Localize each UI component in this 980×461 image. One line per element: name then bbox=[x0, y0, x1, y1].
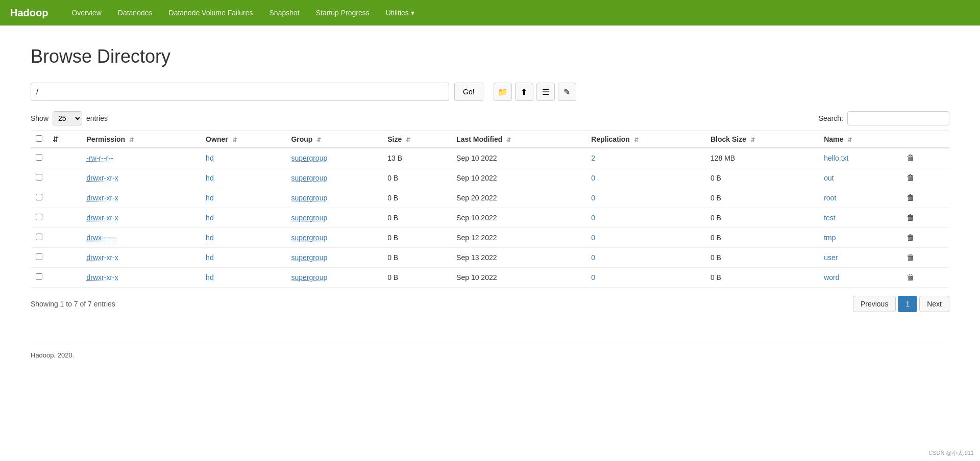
delete-button-1[interactable]: 🗑 bbox=[903, 172, 918, 184]
replication-link-1[interactable]: 0 bbox=[591, 174, 595, 182]
name-link-1[interactable]: out bbox=[824, 174, 834, 182]
show-entries: Show 10 25 50 100 entries bbox=[31, 111, 108, 125]
page-1-button[interactable]: 1 bbox=[898, 296, 917, 312]
group-link-6[interactable]: supergroup bbox=[291, 273, 327, 281]
pagination-buttons: Previous 1 Next bbox=[853, 296, 949, 312]
main-content: Browse Directory Go! 📁 ⬆ ☰ ✎ Show 10 25 … bbox=[0, 25, 980, 379]
search-input[interactable] bbox=[847, 111, 949, 125]
permission-link-0[interactable]: -rw-r--r-- bbox=[87, 154, 113, 162]
row-icon-5 bbox=[47, 248, 82, 268]
search-box: Search: bbox=[819, 111, 949, 125]
navbar-item-datanodes[interactable]: Datanodes bbox=[110, 0, 161, 25]
col-owner[interactable]: Owner ⇵ bbox=[201, 131, 286, 148]
permission-link-6[interactable]: drwxr-xr-x bbox=[87, 273, 118, 281]
owner-link-3[interactable]: hd bbox=[206, 214, 214, 222]
owner-link-4[interactable]: hd bbox=[206, 234, 214, 242]
previous-button[interactable]: Previous bbox=[853, 296, 896, 312]
permission-link-3[interactable]: drwxr-xr-x bbox=[87, 214, 118, 222]
block-size-cell-2: 0 B bbox=[705, 188, 819, 208]
col-size[interactable]: Size ⇵ bbox=[382, 131, 451, 148]
replication-link-6[interactable]: 0 bbox=[591, 273, 595, 281]
table-row: -rw-r--r--hdsupergroup13 BSep 10 2022212… bbox=[31, 148, 949, 168]
table-row: drwxr-xr-xhdsupergroup0 BSep 10 202200 B… bbox=[31, 168, 949, 188]
navbar-item-utilities[interactable]: Utilities bbox=[378, 0, 419, 25]
table-row: drwxr-xr-xhdsupergroup0 BSep 20 202200 B… bbox=[31, 188, 949, 208]
owner-link-2[interactable]: hd bbox=[206, 194, 214, 202]
last-modified-cell-5: Sep 13 2022 bbox=[451, 248, 586, 268]
col-checkbox[interactable] bbox=[31, 131, 47, 148]
navbar-item-datanode-volume-failures[interactable]: Datanode Volume Failures bbox=[161, 0, 261, 25]
entries-select[interactable]: 10 25 50 100 bbox=[53, 111, 82, 125]
row-checkbox-3[interactable] bbox=[36, 214, 42, 220]
group-link-0[interactable]: supergroup bbox=[291, 154, 327, 162]
row-checkbox-5[interactable] bbox=[36, 253, 42, 260]
group-link-3[interactable]: supergroup bbox=[291, 214, 327, 222]
group-link-1[interactable]: supergroup bbox=[291, 174, 327, 182]
navbar-item-overview[interactable]: Overview bbox=[63, 0, 109, 25]
group-link-4[interactable]: supergroup bbox=[291, 234, 327, 242]
permission-link-1[interactable]: drwxr-xr-x bbox=[87, 174, 118, 182]
replication-link-4[interactable]: 0 bbox=[591, 234, 595, 242]
col-group[interactable]: Group ⇵ bbox=[286, 131, 382, 148]
size-cell-1: 0 B bbox=[382, 168, 451, 188]
folder-icon-button[interactable]: 📁 bbox=[494, 83, 512, 101]
delete-button-2[interactable]: 🗑 bbox=[903, 192, 918, 203]
block-size-sort-icon: ⇵ bbox=[750, 137, 755, 143]
name-link-0[interactable]: hello.txt bbox=[824, 154, 848, 162]
owner-link-1[interactable]: hd bbox=[206, 174, 214, 182]
show-label: Show bbox=[31, 114, 48, 122]
name-link-4[interactable]: tmp bbox=[824, 234, 836, 242]
owner-link-6[interactable]: hd bbox=[206, 273, 214, 281]
path-input[interactable] bbox=[31, 83, 449, 101]
select-all-checkbox[interactable] bbox=[36, 135, 42, 142]
owner-link-0[interactable]: hd bbox=[206, 154, 214, 162]
row-checkbox-6[interactable] bbox=[36, 273, 42, 280]
name-link-2[interactable]: root bbox=[824, 194, 836, 202]
replication-link-3[interactable]: 0 bbox=[591, 214, 595, 222]
row-checkbox-4[interactable] bbox=[36, 234, 42, 240]
permission-link-2[interactable]: drwxr-xr-x bbox=[87, 194, 118, 202]
col-block-size[interactable]: Block Size ⇵ bbox=[705, 131, 819, 148]
name-link-5[interactable]: user bbox=[824, 253, 838, 262]
controls-row: Show 10 25 50 100 entries Search: bbox=[31, 111, 949, 125]
block-size-cell-6: 0 B bbox=[705, 268, 819, 288]
row-checkbox-0[interactable] bbox=[36, 154, 42, 161]
delete-button-5[interactable]: 🗑 bbox=[903, 252, 918, 263]
name-link-6[interactable]: word bbox=[824, 273, 839, 281]
col-permission[interactable]: Permission ⇵ bbox=[82, 131, 201, 148]
permission-link-5[interactable]: drwxr-xr-x bbox=[87, 253, 118, 262]
directory-table: ⇵ Permission ⇵ Owner ⇵ Group ⇵ Size ⇵ La… bbox=[31, 131, 949, 288]
list-icon-button[interactable]: ☰ bbox=[536, 83, 555, 101]
block-size-cell-5: 0 B bbox=[705, 248, 819, 268]
row-checkbox-2[interactable] bbox=[36, 194, 42, 200]
navbar-brand[interactable]: Hadoop bbox=[10, 7, 48, 19]
delete-button-6[interactable]: 🗑 bbox=[903, 272, 918, 283]
group-link-2[interactable]: supergroup bbox=[291, 194, 327, 202]
go-button[interactable]: Go! bbox=[454, 83, 483, 101]
replication-link-5[interactable]: 0 bbox=[591, 253, 595, 262]
upload-icon-button[interactable]: ⬆ bbox=[515, 83, 533, 101]
permission-sort-icon: ⇵ bbox=[129, 137, 134, 143]
sort-icon: ⇵ bbox=[53, 135, 59, 143]
col-name[interactable]: Name ⇵ bbox=[819, 131, 898, 148]
replication-link-0[interactable]: 2 bbox=[591, 154, 595, 162]
owner-link-5[interactable]: hd bbox=[206, 253, 214, 262]
col-replication[interactable]: Replication ⇵ bbox=[586, 131, 705, 148]
col-last-modified[interactable]: Last Modified ⇵ bbox=[451, 131, 586, 148]
delete-button-3[interactable]: 🗑 bbox=[903, 212, 918, 223]
col-icon-header[interactable]: ⇵ bbox=[47, 131, 82, 148]
next-button[interactable]: Next bbox=[919, 296, 949, 312]
settings-icon-button[interactable]: ✎ bbox=[558, 83, 576, 101]
size-cell-0: 13 B bbox=[382, 148, 451, 168]
block-size-cell-3: 0 B bbox=[705, 208, 819, 228]
delete-button-4[interactable]: 🗑 bbox=[903, 232, 918, 243]
group-link-5[interactable]: supergroup bbox=[291, 253, 327, 262]
row-checkbox-1[interactable] bbox=[36, 174, 42, 181]
permission-link-4[interactable]: drwx------ bbox=[87, 234, 116, 242]
navbar-item-snapshot[interactable]: Snapshot bbox=[261, 0, 308, 25]
row-icon-2 bbox=[47, 188, 82, 208]
delete-button-0[interactable]: 🗑 bbox=[903, 152, 918, 164]
navbar-item-startup-progress[interactable]: Startup Progress bbox=[308, 0, 378, 25]
replication-link-2[interactable]: 0 bbox=[591, 194, 595, 202]
name-link-3[interactable]: test bbox=[824, 214, 836, 222]
